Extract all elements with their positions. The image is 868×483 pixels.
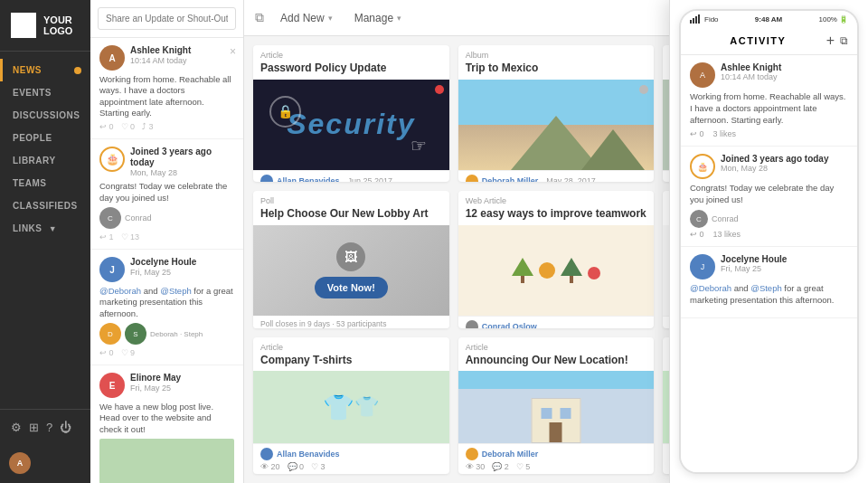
post-card-7: Article Company T-shirts 👕 👕 Allan Benav…	[253, 337, 449, 474]
security-text: Security	[287, 108, 415, 141]
sidebar-user: A	[0, 445, 90, 483]
sidebar: YOUR LOGO NEWS EVENTS DISCUSSIONS PEOPLE…	[0, 0, 90, 483]
feed-tagged-avatars: D S Deborah · Steph	[99, 323, 234, 345]
sidebar-item-teams[interactable]: TEAMS	[0, 172, 90, 194]
settings-icon[interactable]: ⚙	[11, 421, 22, 434]
app-wrapper: YOUR LOGO NEWS EVENTS DISCUSSIONS PEOPLE…	[0, 0, 868, 483]
phone-avatar-1: A	[690, 62, 715, 88]
share-box	[90, 0, 243, 38]
avatar-steph: S	[125, 323, 146, 345]
post-top-4: Poll Help Choose Our New Lobby Art 🖼 Vot…	[253, 191, 449, 327]
cursor-icon: ☞	[410, 135, 427, 156]
news-dot	[74, 67, 81, 74]
lobby-image: 🖼 Vote Now!	[253, 225, 449, 316]
phone-reply-icon[interactable]: ↩ 0	[690, 230, 704, 239]
feed-actions-1: ↩ 0 ♡ 0 ⤴ 3	[99, 122, 234, 131]
post-card-8: Article Announcing Our New Location!	[458, 337, 655, 474]
badge-1	[435, 85, 444, 94]
reply-icon[interactable]: ↩ 0	[99, 348, 114, 357]
avatar-deborah: D	[99, 323, 121, 345]
author-avatar-8	[466, 448, 478, 460]
phone-status-bar: Fido 9:48 AM 100% 🔋	[681, 11, 857, 27]
phone-like-count[interactable]: 13 likes	[713, 230, 741, 239]
share-icon[interactable]: ⤴ 3	[142, 122, 154, 131]
author-avatar-5	[466, 320, 478, 328]
feed-actions-2: ↩ 1 ♡ 13	[99, 232, 234, 242]
reply-icon[interactable]: ↩ 1	[99, 232, 114, 242]
post-footer-8: Deborah Miller 👁 30 💬 2 ♡ 5	[458, 443, 655, 474]
phone-actions-1: ↩ 0 3 likes	[690, 129, 848, 138]
post-stats-8: 👁 30 💬 2 ♡ 5	[466, 462, 647, 471]
user-avatar: A	[9, 452, 31, 474]
like-icon[interactable]: ♡ 0	[121, 122, 136, 131]
sidebar-item-library[interactable]: LIBRARY	[0, 149, 90, 172]
battery-icon: 🔋	[839, 15, 848, 24]
author-avatar-1	[260, 175, 273, 183]
filter-icon[interactable]: ⧉	[840, 34, 848, 47]
phone-actions-2: ↩ 0 13 likes	[690, 230, 848, 239]
post-top-5: Web Article 12 easy ways to improve team…	[458, 191, 655, 316]
sidebar-item-classifieds[interactable]: CLASSIFIEDS	[0, 194, 90, 217]
add-new-button[interactable]: Add New ▾	[275, 8, 338, 28]
grid-icon[interactable]: ⊞	[29, 421, 39, 434]
phone-header: ACTIVITY + ⧉	[681, 27, 857, 55]
like-icon[interactable]: ♡ 9	[121, 348, 136, 357]
avatar-elinore: E	[99, 373, 125, 398]
power-icon[interactable]: ⏻	[60, 421, 71, 434]
avatar-conrad: C	[99, 207, 121, 229]
sidebar-item-discussions[interactable]: DISCUSSIONS	[0, 104, 90, 127]
sidebar-item-events[interactable]: EVENTS	[0, 81, 90, 104]
phone-frame: Fido 9:48 AM 100% 🔋 ACTIVITY + ⧉ A	[679, 9, 859, 474]
sidebar-item-news[interactable]: NEWS	[0, 59, 90, 81]
manage-button[interactable]: Manage ▾	[349, 8, 407, 28]
phone-feed-item-2: 🎂 Joined 3 years ago today Mon, May 28 C…	[681, 147, 857, 247]
add-icon[interactable]: +	[826, 33, 835, 49]
phone-sub-user: C Conrad	[690, 210, 848, 228]
post-footer-7: Allan Benavides 👁 20 💬 0 ♡ 3	[253, 443, 449, 474]
lobby-art-icon: 🖼	[336, 242, 365, 271]
post-top-2: Album Trip to Mexico	[458, 45, 655, 170]
phone-feed-item-3: J Jocelyne Houle Fri, May 25 @Deborah an…	[681, 247, 857, 318]
logo-text: YOUR LOGO	[43, 14, 80, 36]
chevron-down-icon: ▾	[328, 14, 333, 23]
post-stats-7: 👁 20 💬 0 ♡ 3	[260, 462, 442, 471]
close-icon-1[interactable]: ×	[230, 45, 236, 58]
phone-avatar-3: J	[690, 254, 715, 279]
feed-item-1: × A Ashlee Knight 10:14 AM today Working…	[90, 38, 243, 139]
sidebar-bottom: ⚙ ⊞ ? ⏻	[0, 409, 90, 445]
feed-actions-3: ↩ 0 ♡ 9	[99, 348, 234, 357]
post-card-5: Web Article 12 easy ways to improve team…	[458, 191, 655, 327]
logo-box	[11, 13, 36, 38]
phone-feed-item-1: A Ashlee Knight 10:14 AM today Working f…	[681, 55, 857, 147]
post-card-4: Poll Help Choose Our New Lobby Art 🖼 Vot…	[253, 191, 449, 327]
filter-icon[interactable]: ⧉	[255, 10, 264, 25]
reply-icon[interactable]: ↩ 0	[99, 122, 114, 131]
blog-thumbnail	[99, 439, 234, 483]
phone-title: ACTIVITY	[690, 35, 826, 46]
sidebar-item-links[interactable]: LINKS ▼	[0, 217, 90, 240]
post-card-2: Album Trip to Mexico Deborah Miller , Ma…	[458, 45, 655, 182]
mobile-overlay: Fido 9:48 AM 100% 🔋 ACTIVITY + ⧉ A	[669, 0, 868, 483]
badge-2	[639, 85, 648, 94]
author-avatar-2	[466, 175, 478, 183]
feed-item-3: J Jocelyne Houle Fri, May 25 @Deborah an…	[90, 250, 243, 365]
mexico-image	[458, 80, 655, 170]
post-footer-2: Deborah Miller , May 28, 2017 👁 42 💬 9 ♡…	[458, 170, 655, 183]
location-image	[458, 371, 655, 443]
phone-reply-icon[interactable]: ↩ 0	[690, 129, 704, 138]
share-input[interactable]	[98, 7, 236, 30]
feed-item-4: E Elinore May Fri, May 25 We have a new …	[90, 365, 243, 483]
phone-like-icon[interactable]: 3 likes	[713, 129, 737, 138]
vote-now-button[interactable]: Vote Now!	[315, 277, 388, 298]
security-image: Security ☞ 🔒	[253, 80, 449, 170]
help-icon[interactable]: ?	[46, 421, 52, 434]
activity-feed: × A Ashlee Knight 10:14 AM today Working…	[90, 0, 244, 483]
avatar-ashlee: A	[99, 45, 125, 71]
phone-sub-avatar: C	[690, 210, 708, 228]
post-top-1: Article Password Policy Update Security …	[253, 45, 449, 170]
sidebar-item-people[interactable]: PEOPLE	[0, 127, 90, 149]
shield-icon: 🔒	[269, 96, 301, 128]
author-avatar-7	[260, 448, 273, 460]
post-card-1: Article Password Policy Update Security …	[253, 45, 449, 182]
like-icon[interactable]: ♡ 13	[121, 232, 140, 242]
